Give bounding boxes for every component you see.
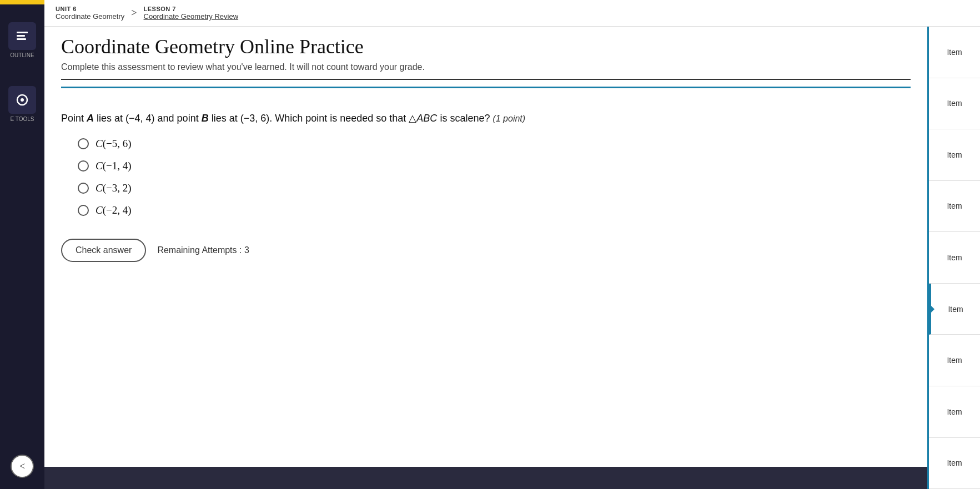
radio-2[interactable] [78,160,89,172]
lesson-name: Coordinate Geometry Review [144,12,239,21]
option-2[interactable]: C(−1, 4) [78,160,911,172]
unit-label: UNIT 6 [56,6,124,12]
sidebar-item-2[interactable]: Item [929,78,980,130]
sidebar-item-4[interactable]: Item [929,181,980,233]
lesson-title: Coordinate Geometry Online Practice [61,35,911,59]
radio-1[interactable] [78,138,89,149]
option-2-text: C(−1, 4) [96,160,132,172]
item-4-label: Item [947,201,962,210]
option-3-text: C(−3, 2) [96,182,132,194]
item-1-label: Item [947,48,962,57]
option-4[interactable]: C(−2, 4) [78,204,911,216]
radio-4[interactable] [78,205,89,216]
left-sidebar: OUTLINE E TOOLS < [0,0,44,489]
back-chevron-icon: < [19,461,25,472]
question-area: Coordinate Geometry Online Practice Comp… [44,27,927,489]
item-3-label: Item [947,150,962,159]
item-5-label: Item [947,253,962,262]
sidebar-item-6[interactable]: Item [929,284,980,335]
check-answer-button[interactable]: Check answer [61,239,146,262]
item-9-label: Item [947,458,962,467]
question-card: Point A lies at (−4, 4) and point B lies… [61,99,911,273]
sidebar-item-5[interactable]: Item [929,232,980,284]
lesson-title-section: Coordinate Geometry Online Practice Comp… [61,27,911,88]
remaining-attempts: Remaining Attempts : 3 [157,245,249,255]
option-1-text: C(−5, 6) [96,138,132,150]
svg-rect-1 [17,35,25,37]
back-nav-button[interactable]: < [11,455,34,478]
top-bar [0,0,44,4]
item-8-label: Item [947,407,962,416]
question-text: Point A lies at (−4, 4) and point B lies… [61,110,911,127]
item-7-label: Item [947,356,962,365]
item-arrow-icon [930,305,934,314]
svg-point-4 [21,98,24,102]
bottom-bar [44,467,927,489]
svg-rect-2 [17,38,26,40]
tools-label: E TOOLS [11,116,34,122]
sidebar-item-3[interactable]: Item [929,129,980,181]
option-1[interactable]: C(−5, 6) [78,138,911,150]
point-label: (1 point) [492,114,525,123]
option-4-text: C(−2, 4) [96,204,132,216]
right-sidebar: Item Item Item Item Item Item Item It [927,27,980,489]
answer-options: C(−5, 6) C(−1, 4) C(−3, 2) C(−2, 4) [78,138,911,216]
sidebar-item-8[interactable]: Item [929,386,980,438]
radio-3[interactable] [78,183,89,194]
breadcrumb-unit: UNIT 6 Coordinate Geometry [56,6,124,21]
breadcrumb-chevron-icon: > [131,7,137,19]
lesson-label: LESSON 7 [144,6,239,12]
unit-name: Coordinate Geometry [56,12,124,21]
outline-group[interactable]: OUTLINE [8,11,36,58]
sidebar-item-1[interactable]: Item [929,27,980,78]
lesson-subtitle: Complete this assessment to review what … [61,62,911,72]
sidebar-item-7[interactable]: Item [929,335,980,386]
outline-label: OUTLINE [10,52,34,58]
title-divider [61,79,911,80]
tools-group[interactable]: E TOOLS [8,75,36,122]
footer-row: Check answer Remaining Attempts : 3 [61,233,911,262]
option-3[interactable]: C(−3, 2) [78,182,911,194]
main-content: UNIT 6 Coordinate Geometry > LESSON 7 Co… [44,0,980,489]
breadcrumb-lesson: LESSON 7 Coordinate Geometry Review [144,6,239,21]
content-body: Coordinate Geometry Online Practice Comp… [44,27,980,489]
breadcrumb: UNIT 6 Coordinate Geometry > LESSON 7 Co… [44,0,980,27]
tools-icon[interactable] [8,86,36,114]
item-2-label: Item [947,99,962,108]
outline-icon[interactable] [8,22,36,50]
sidebar-item-9[interactable]: Item [929,438,980,490]
item-6-label: Item [948,305,963,314]
svg-rect-0 [17,32,28,33]
